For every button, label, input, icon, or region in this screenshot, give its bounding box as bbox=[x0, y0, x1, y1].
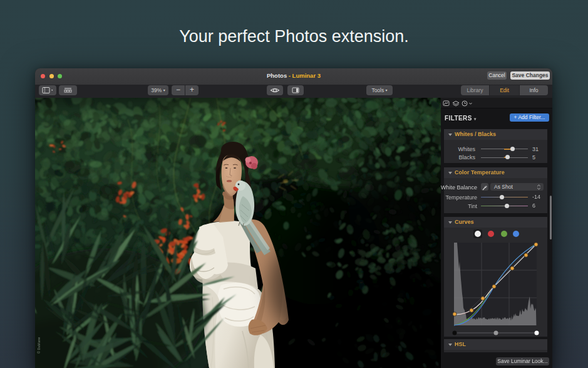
svg-text:© DaMane: © DaMane bbox=[37, 337, 41, 354]
